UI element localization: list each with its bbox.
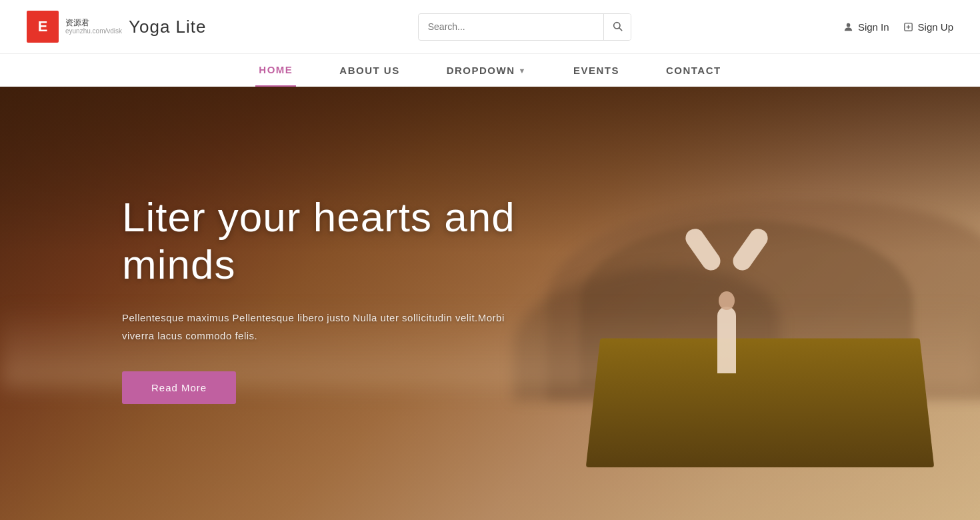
nav-item-contact[interactable]: CONTACT bbox=[663, 55, 725, 86]
nav-item-dropdown[interactable]: DROPDOWN ▼ bbox=[443, 55, 530, 86]
sign-in-label: Sign In bbox=[858, 21, 889, 33]
yoga-figure bbox=[700, 227, 753, 373]
logo[interactable]: E 资源君 eyunzhu.com/vdisk Yoga Lite bbox=[27, 11, 207, 43]
read-more-button[interactable]: Read More bbox=[122, 371, 236, 404]
nav-item-about[interactable]: ABOUT US bbox=[336, 55, 403, 86]
svg-point-2 bbox=[847, 23, 851, 27]
hero-content: Liter your hearts and minds Pellentesque… bbox=[122, 193, 535, 404]
logo-site-name: Yoga Lite bbox=[129, 17, 206, 37]
chevron-down-icon: ▼ bbox=[519, 67, 527, 75]
user-icon bbox=[843, 21, 854, 33]
nav-item-events[interactable]: EVENTS bbox=[570, 55, 623, 86]
logo-badge: E bbox=[27, 11, 59, 43]
hero-section: Liter your hearts and minds Pellentesque… bbox=[0, 87, 980, 520]
platform bbox=[586, 338, 935, 467]
logo-text-block: 资源君 eyunzhu.com/vdisk bbox=[65, 18, 122, 35]
logo-sub: eyunzhu.com/vdisk bbox=[65, 27, 122, 35]
figure-head bbox=[719, 291, 735, 310]
hero-description: Pellentesque maximus Pellentesque libero… bbox=[122, 309, 535, 345]
logo-chinese: 资源君 bbox=[65, 18, 122, 27]
svg-line-1 bbox=[619, 28, 622, 31]
sign-up-label: Sign Up bbox=[918, 21, 953, 33]
hero-title: Liter your hearts and minds bbox=[122, 193, 535, 289]
nav-item-home[interactable]: HOME bbox=[255, 54, 296, 87]
register-icon bbox=[903, 21, 914, 33]
search-area bbox=[418, 13, 631, 41]
sign-in-link[interactable]: Sign In bbox=[843, 21, 889, 33]
search-input[interactable] bbox=[419, 15, 603, 39]
search-button[interactable] bbox=[603, 14, 631, 40]
sign-up-link[interactable]: Sign Up bbox=[903, 21, 953, 33]
main-nav: HOME ABOUT US DROPDOWN ▼ EVENTS CONTACT bbox=[0, 53, 980, 87]
header: E 资源君 eyunzhu.com/vdisk Yoga Lite Sign I… bbox=[0, 0, 980, 53]
auth-area: Sign In Sign Up bbox=[843, 21, 953, 33]
figure-body bbox=[717, 307, 736, 373]
